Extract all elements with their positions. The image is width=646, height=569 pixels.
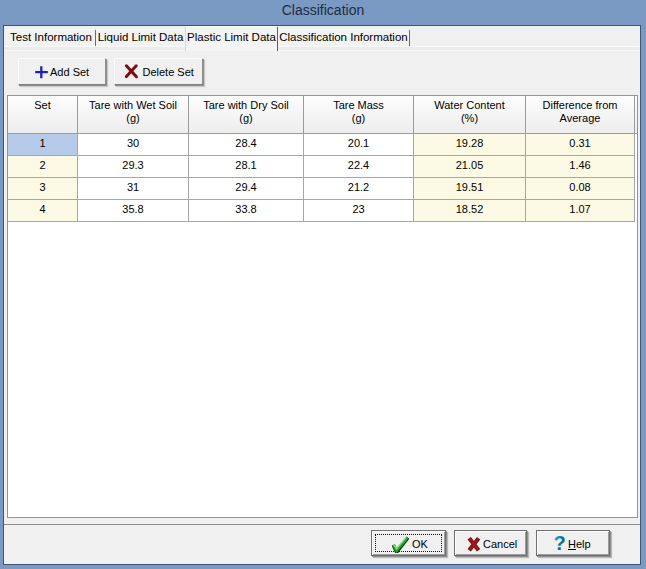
svg-text:?: ? [553,534,565,553]
